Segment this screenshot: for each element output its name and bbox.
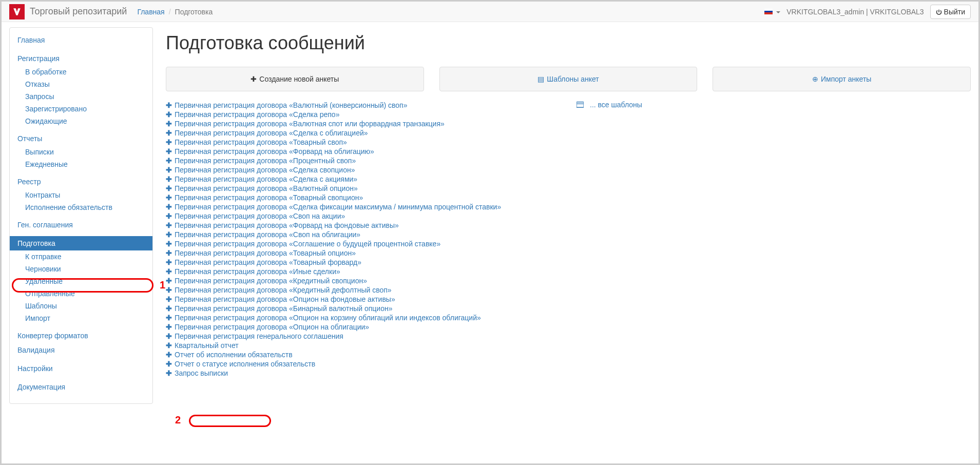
plus-icon: ✚ (166, 175, 172, 183)
form-link-item[interactable]: ✚Первичная регистрация договора «Процент… (166, 156, 561, 165)
sidebar-preparation[interactable]: Подготовка (10, 236, 152, 250)
form-link[interactable]: Первичная регистрация договора «Сделка р… (175, 110, 339, 119)
form-link[interactable]: Первичная регистрация договора «Процентн… (175, 157, 356, 165)
form-link[interactable]: Первичная регистрация договора «Кредитны… (175, 286, 392, 294)
form-link[interactable]: Первичная регистрация договора «Товарный… (175, 258, 361, 266)
form-link[interactable]: Первичная регистрация договора «Валютный… (175, 184, 358, 192)
sidebar-reg-pending[interactable]: Ожидающие (10, 115, 152, 127)
panel-create-form[interactable]: ✚Создание новой анкеты (166, 67, 424, 91)
form-link-item[interactable]: ✚Первичная регистрация договора «Своп на… (166, 211, 561, 221)
form-link[interactable]: Первичная регистрация договора «Форвард … (175, 221, 399, 229)
form-link-item[interactable]: ✚Первичная регистрация договора «Товарны… (166, 258, 561, 267)
form-link-item[interactable]: ✚Первичная регистрация договора «Товарны… (166, 248, 561, 258)
form-link[interactable]: Первичная регистрация договора «Сделка с… (175, 129, 368, 137)
form-link[interactable]: Первичная регистрация договора «Соглашен… (175, 240, 440, 248)
form-link-item[interactable]: ✚Первичная регистрация договора «Валютны… (166, 184, 561, 193)
sidebar-settings[interactable]: Настройки (10, 361, 152, 376)
form-link[interactable]: Первичная регистрация договора «Товарный… (175, 138, 347, 146)
form-link[interactable]: Квартальный отчет (175, 341, 239, 350)
sidebar-reg-registered[interactable]: Зарегистрировано (10, 103, 152, 115)
form-link[interactable]: Первичная регистрация договора «Сделка с… (175, 166, 355, 174)
logout-button[interactable]: Выйти (930, 5, 971, 19)
form-link[interactable]: Первичная регистрация договора «Своп на … (175, 212, 345, 220)
form-link-item[interactable]: ✚Первичная регистрация договора «Кредитн… (166, 285, 561, 295)
sidebar-docs[interactable]: Документация (10, 380, 152, 394)
sidebar-prep-sent[interactable]: Отправленные (10, 287, 152, 300)
form-link-item[interactable]: ✚Первичная регистрация договора «Кредитн… (166, 276, 561, 285)
form-link[interactable]: Первичная регистрация договора «Иные сде… (175, 267, 340, 276)
form-link-item[interactable]: ✚Отчет о статусе исполнения обязательств (166, 359, 561, 369)
form-link-item[interactable]: ✚Первичная регистрация договора «Сделка … (166, 110, 561, 119)
form-link-item[interactable]: ✚Первичная регистрация договора «Товарны… (166, 138, 561, 147)
form-link[interactable]: Первичная регистрация договора «Кредитны… (175, 277, 367, 285)
form-link-item[interactable]: ✚Первичная регистрация договора «Форвард… (166, 221, 561, 230)
sidebar-prep-deleted[interactable]: Удаленные (10, 275, 152, 287)
form-link[interactable]: Первичная регистрация договора «Товарный… (175, 249, 356, 257)
lang-switch[interactable] (764, 8, 780, 16)
sidebar-reports-daily[interactable]: Ежедневные (10, 158, 152, 170)
form-link[interactable]: Первичная регистрация договора «Сделка ф… (175, 203, 501, 211)
plus-icon: ✚ (166, 110, 172, 119)
sidebar-gen-agreements[interactable]: Ген. соглашения (10, 218, 152, 232)
form-link[interactable]: Первичная регистрация договора «Опцион н… (175, 323, 369, 331)
sidebar-registry-obligations[interactable]: Исполнение обязательств (10, 201, 152, 214)
panel-templates[interactable]: ▤Шаблоны анкет (439, 67, 698, 91)
form-link-item[interactable]: ✚Первичная регистрация договора «Сделка … (166, 175, 561, 184)
form-link-item[interactable]: ✚Первичная регистрация договора «Товарны… (166, 193, 561, 202)
form-link-item[interactable]: ✚Первичная регистрация договора «Опцион … (166, 295, 561, 304)
sidebar-registration[interactable]: Регистрация (10, 51, 152, 66)
plus-icon: ✚ (166, 304, 172, 313)
sidebar-reg-requests[interactable]: Запросы (10, 90, 152, 103)
sidebar-prep-drafts[interactable]: Черновики (10, 263, 152, 275)
sidebar-reports[interactable]: Отчеты (10, 131, 152, 146)
sidebar-reports-statements[interactable]: Выписки (10, 146, 152, 158)
sidebar-prep-templates[interactable]: Шаблоны (10, 300, 152, 312)
form-link-item[interactable]: ✚Первичная регистрация генерального согл… (166, 332, 561, 341)
form-link-item[interactable]: ✚Запрос выписки (166, 369, 561, 378)
sidebar-prep-outbox[interactable]: К отправке (10, 250, 152, 263)
form-link[interactable]: Первичная регистрация договора «Форвард … (175, 147, 374, 156)
form-link-item[interactable]: ✚Первичная регистрация договора «Сделка … (166, 165, 561, 175)
form-link-item[interactable]: ✚Первичная регистрация договора «Сделка … (166, 202, 561, 211)
plus-icon: ✚ (166, 230, 172, 239)
plus-icon: ✚ (166, 138, 172, 146)
plus-icon: ✚ (166, 332, 172, 340)
all-templates-link[interactable]: ... все шаблоны (577, 101, 971, 109)
sidebar-validation[interactable]: Валидация (10, 343, 152, 357)
form-link[interactable]: Отчет о статусе исполнения обязательств (175, 360, 315, 368)
form-link[interactable]: Первичная регистрация генерального согла… (175, 332, 343, 340)
form-link[interactable]: Первичная регистрация договора «Опцион н… (175, 314, 481, 322)
form-link-item[interactable]: ✚Квартальный отчет (166, 341, 561, 350)
sidebar-reg-rejected[interactable]: Отказы (10, 78, 152, 90)
form-link[interactable]: Первичная регистрация договора «Бинарный… (175, 304, 393, 313)
form-link[interactable]: Первичная регистрация договора «Валютная… (175, 120, 445, 128)
form-link[interactable]: Запрос выписки (175, 369, 228, 377)
sidebar-home[interactable]: Главная (10, 33, 152, 47)
panel-import[interactable]: ⊕Импорт анкеты (713, 67, 971, 91)
sidebar-registry-contracts[interactable]: Контракты (10, 189, 152, 201)
sidebar-prep-import[interactable]: Импорт (10, 312, 152, 324)
form-link-item[interactable]: ✚Первичная регистрация договора «Опцион … (166, 322, 561, 332)
brand-title: Торговый репозитарий (30, 6, 127, 17)
breadcrumb-home[interactable]: Главная (137, 8, 164, 16)
form-link-item[interactable]: ✚Первичная регистрация договора «Опцион … (166, 313, 561, 322)
form-link-item[interactable]: ✚Первичная регистрация договора «Иные сд… (166, 267, 561, 276)
form-link-item[interactable]: ✚Первичная регистрация договора «Бинарны… (166, 304, 561, 313)
form-link[interactable]: Первичная регистрация договора «Опцион н… (175, 295, 395, 303)
form-link[interactable]: Первичная регистрация договора «Валютный… (175, 101, 407, 109)
sidebar-converter[interactable]: Конвертер форматов (10, 328, 152, 343)
form-link-item[interactable]: ✚Первичная регистрация договора «Валютны… (166, 101, 561, 110)
form-link[interactable]: Первичная регистрация договора «Сделка с… (175, 175, 357, 183)
form-link-item[interactable]: ✚Первичная регистрация договора «Соглаше… (166, 239, 561, 248)
sidebar-registry[interactable]: Реестр (10, 175, 152, 189)
form-link[interactable]: Отчет об исполнении обязательств (175, 351, 293, 359)
form-link[interactable]: Первичная регистрация договора «Товарный… (175, 193, 363, 202)
sidebar-reg-processing[interactable]: В обработке (10, 66, 152, 78)
form-link-item[interactable]: ✚Первичная регистрация договора «Валютна… (166, 119, 561, 128)
form-link-item[interactable]: ✚Первичная регистрация договора «Форвард… (166, 147, 561, 156)
form-link-item[interactable]: ✚Первичная регистрация договора «Своп на… (166, 230, 561, 239)
form-link-item[interactable]: ✚Отчет об исполнении обязательств (166, 350, 561, 359)
form-link[interactable]: Первичная регистрация договора «Своп на … (175, 230, 360, 239)
form-link-item[interactable]: ✚Первичная регистрация договора «Сделка … (166, 128, 561, 138)
chevron-down-icon (776, 11, 780, 13)
